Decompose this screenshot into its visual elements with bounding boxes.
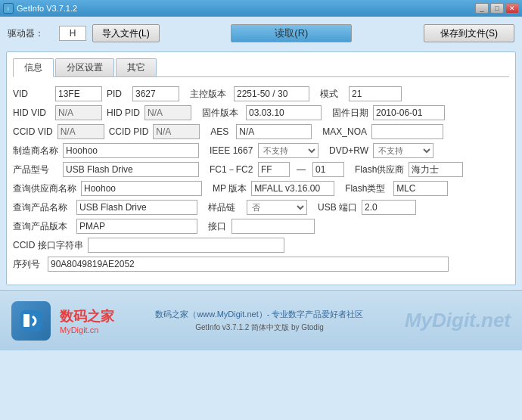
form-row-2: HID VID HID PID 固件版本 固件日期: [13, 105, 509, 120]
query-version-input[interactable]: [76, 219, 197, 234]
form-row-5: 产品型号 FC1－FC2 — Flash供应商: [13, 162, 509, 177]
form-area: VID PID 主控版本 模式 HID VID HID PID 固件版本 固件日…: [13, 83, 509, 278]
hid-vid-label: HID VID: [13, 107, 51, 118]
firmware-date-label: 固件日期: [332, 107, 368, 120]
footer-watermark: MyDigit.net: [405, 309, 511, 332]
serial-input[interactable]: [48, 257, 449, 272]
sample-chain-select[interactable]: 否: [247, 200, 307, 215]
app-icon: i: [3, 3, 14, 14]
window-title: GetInfo V3.7.1.2: [17, 4, 475, 13]
mode-label: 模式: [320, 88, 344, 101]
footer-main-text: 数码之家（www.MyDigit.net）- 专业数字产品爱好者社区: [123, 309, 396, 320]
tab-info[interactable]: 信息: [13, 58, 54, 77]
firmware-ver-input[interactable]: [246, 105, 322, 120]
brand-url: MyDigit.cn: [60, 325, 114, 334]
flash-vendor-input[interactable]: [409, 162, 463, 177]
pid-label: PID: [107, 89, 128, 99]
max-noa-label: MAX_NOA: [322, 126, 367, 137]
product-model-input[interactable]: [63, 162, 199, 177]
mode-input[interactable]: [349, 86, 402, 101]
usb-port-input[interactable]: [362, 200, 416, 215]
drive-label: 驱动器：: [8, 27, 53, 40]
close-button[interactable]: ✕: [505, 3, 519, 14]
ieee1667-label: IEEE 1667: [210, 145, 253, 156]
form-row-10: 序列号: [13, 257, 509, 272]
aes-input[interactable]: [236, 124, 312, 139]
read-button[interactable]: 读取(R): [231, 24, 352, 42]
vid-label: VID: [13, 89, 51, 99]
main-ctrl-ver-input[interactable]: [234, 86, 309, 101]
query-product-label: 查询产品名称: [13, 201, 72, 214]
form-row-1: VID PID 主控版本 模式: [13, 86, 509, 101]
fc1-fc2-label: FC1－FC2: [210, 163, 253, 176]
ccid-iface-label: CCID 接口字符串: [13, 239, 83, 252]
fc1-input[interactable]: [258, 162, 290, 177]
aes-label: AES: [210, 126, 231, 137]
ccid-iface-input[interactable]: [88, 238, 284, 253]
title-bar: i GetInfo V3.7.1.2 _ □ ✕: [0, 0, 522, 17]
vid-input[interactable]: [55, 86, 102, 101]
footer-logo: [11, 301, 51, 341]
brand-name: 数码之家: [60, 307, 114, 325]
form-row-9: CCID 接口字符串: [13, 238, 509, 253]
import-button[interactable]: 导入文件(L): [92, 24, 160, 42]
footer-brand: 数码之家 MyDigit.cn: [60, 307, 114, 334]
svg-rect-1: [23, 316, 30, 327]
query-product-input[interactable]: [76, 200, 197, 215]
sample-chain-label: 样品链: [208, 201, 242, 214]
footer-sub-text: GetInfo v3.7.1.2 简体中文版 by Gtodig: [123, 322, 396, 333]
interface-input[interactable]: [231, 219, 315, 234]
max-noa-input[interactable]: [371, 124, 443, 139]
form-row-3: CCID VID CCID PID AES MAX_NOA: [13, 124, 509, 139]
ccid-vid-label: CCID VID: [13, 126, 53, 137]
dvdrw-label: DVD+RW: [329, 145, 368, 156]
fc-separator: —: [294, 164, 308, 175]
mfg-name-input[interactable]: [63, 143, 199, 158]
query-version-label: 查询产品版本: [13, 220, 72, 233]
form-row-4: 制造商名称 IEEE 1667 不支持 DVD+RW 不支持: [13, 143, 509, 158]
ccid-pid-input[interactable]: [153, 124, 200, 139]
window-controls: _ □ ✕: [475, 3, 519, 14]
info-panel: 信息 分区设置 其它 VID PID 主控版本 模式: [6, 51, 516, 285]
flash-type-input[interactable]: [393, 181, 448, 196]
firmware-date-input[interactable]: [373, 105, 445, 120]
firmware-ver-label: 固件版本: [202, 107, 241, 120]
minimize-button[interactable]: _: [475, 3, 489, 14]
product-model-label: 产品型号: [13, 163, 58, 176]
toolbar: 驱动器： 导入文件(L) 读取(R) 保存到文件(S): [6, 21, 516, 45]
flash-type-label: Flash类型: [345, 182, 389, 195]
drive-input[interactable]: [59, 26, 86, 41]
mfg-name-label: 制造商名称: [13, 145, 58, 157]
form-row-8: 查询产品版本 接口: [13, 219, 509, 234]
query-vendor-label: 查询供应商名称: [13, 182, 76, 195]
usb-port-label: USB 端口: [318, 201, 357, 214]
tab-other[interactable]: 其它: [116, 58, 157, 76]
hid-pid-input[interactable]: [144, 105, 191, 120]
ieee1667-select[interactable]: 不支持: [258, 143, 318, 158]
query-vendor-input[interactable]: [81, 181, 202, 196]
form-row-7: 查询产品名称 样品链 否 USB 端口: [13, 200, 509, 215]
form-row-6: 查询供应商名称 MP 版本 Flash类型: [13, 181, 509, 196]
tab-partition[interactable]: 分区设置: [55, 58, 114, 76]
fc2-input[interactable]: [312, 162, 344, 177]
serial-label: 序列号: [13, 258, 43, 271]
tab-bar: 信息 分区设置 其它: [13, 58, 509, 77]
mp-version-input[interactable]: [251, 181, 334, 196]
hid-vid-input[interactable]: [55, 105, 102, 120]
footer: 数码之家 MyDigit.cn 数码之家（www.MyDigit.net）- 专…: [0, 290, 522, 350]
hid-pid-label: HID PID: [107, 107, 140, 118]
pid-input[interactable]: [132, 86, 179, 101]
dvdrw-select[interactable]: 不支持: [373, 143, 433, 158]
main-container: 驱动器： 导入文件(L) 读取(R) 保存到文件(S) 信息 分区设置 其它 V…: [0, 17, 522, 290]
mp-version-label: MP 版本: [213, 182, 247, 195]
ccid-pid-label: CCID PID: [109, 126, 149, 137]
ccid-vid-input[interactable]: [57, 124, 104, 139]
save-button[interactable]: 保存到文件(S): [424, 24, 514, 42]
svg-rect-2: [23, 314, 30, 317]
footer-text-area: 数码之家（www.MyDigit.net）- 专业数字产品爱好者社区 GetIn…: [123, 309, 396, 333]
main-ctrl-ver-label: 主控版本: [190, 88, 229, 101]
maximize-button[interactable]: □: [490, 3, 504, 14]
flash-vendor-label: Flash供应商: [355, 163, 404, 176]
interface-label: 接口: [208, 220, 227, 233]
